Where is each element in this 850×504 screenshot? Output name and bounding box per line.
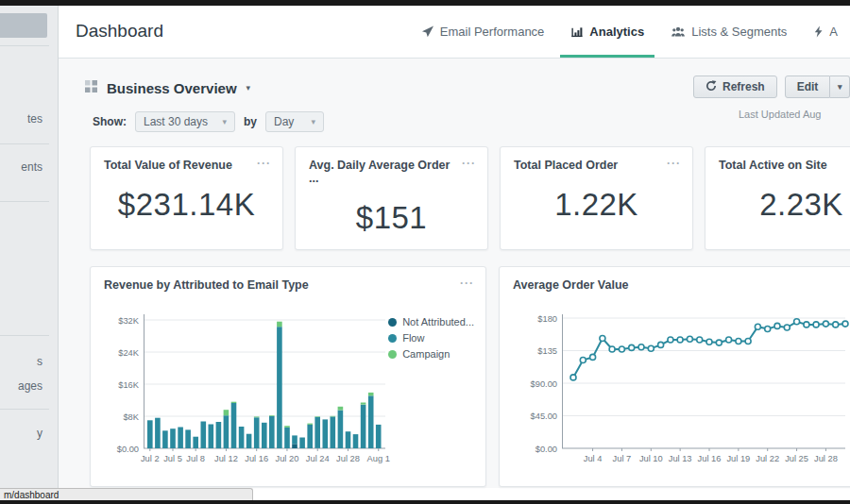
date-range-value: Last 30 days <box>144 115 208 128</box>
legend-item: Flow <box>388 330 474 346</box>
sidebar-item[interactable]: ents <box>21 160 42 174</box>
tab-label: A <box>829 25 838 39</box>
aov-chart-card: Average Order Value $0.00$45.00$90.00$13… <box>499 266 850 487</box>
tab-label: Lists & Segments <box>691 25 787 39</box>
svg-text:Jul 2: Jul 2 <box>141 454 160 463</box>
svg-text:Jul 24: Jul 24 <box>306 454 330 463</box>
stat-card-title: Total Active on Site <box>719 159 827 172</box>
svg-text:$45.00: $45.00 <box>531 412 557 421</box>
edit-button[interactable]: Edit <box>785 76 831 98</box>
stat-card-header: Total Placed Order··· <box>501 147 692 172</box>
chart-title: Revenue by Attributed to Email Type <box>104 278 309 292</box>
interval-value: Day <box>274 115 294 128</box>
svg-text:$8K: $8K <box>123 412 139 422</box>
svg-text:$24K: $24K <box>118 348 140 358</box>
stat-cards-row: Total Value of Revenue···$231.14KAvg. Da… <box>90 146 850 250</box>
sidebar-item[interactable]: tes <box>27 112 42 126</box>
chart-legend: Not Attributed...FlowCampaign <box>388 314 474 362</box>
kebab-menu-icon[interactable]: ··· <box>462 159 476 168</box>
legend-dot-icon <box>388 334 397 343</box>
kebab-menu-icon[interactable]: ··· <box>460 278 474 288</box>
stat-card: Avg. Daily Average Order ...···$151 <box>295 146 488 250</box>
sidebar-item[interactable]: ages <box>18 379 42 393</box>
svg-text:Jul 16: Jul 16 <box>698 454 722 463</box>
stat-card: Total Placed Order···1.22K <box>500 146 693 250</box>
filter-row: Show: Last 30 days ▾ by Day ▾ <box>93 111 324 132</box>
sidebar-logo <box>0 13 47 38</box>
people-icon <box>671 25 686 38</box>
edit-dropdown-button[interactable]: ▾ <box>830 76 850 98</box>
sidebar-divider <box>0 409 49 410</box>
chevron-down-icon: ▾ <box>311 117 315 126</box>
svg-text:Jul 4: Jul 4 <box>584 454 603 463</box>
svg-text:Jul 28: Jul 28 <box>336 454 360 463</box>
svg-text:$32K: $32K <box>118 316 140 326</box>
page-title: Dashboard <box>76 21 163 42</box>
stat-card-title: Total Value of Revenue <box>104 159 232 172</box>
legend-item: Not Attributed... <box>388 314 474 330</box>
tab-analytics[interactable]: Analytics <box>560 6 654 58</box>
lightning-icon <box>813 25 824 38</box>
legend-label: Campaign <box>402 346 450 362</box>
chart-card-header: Revenue by Attributed to Email Type ··· <box>91 267 485 292</box>
svg-text:Aug 1: Aug 1 <box>367 454 390 463</box>
tab-automation[interactable]: A <box>803 6 848 58</box>
tab-label: Email Performance <box>440 25 545 39</box>
stat-card-title: Total Placed Order <box>514 159 618 172</box>
kebab-menu-icon[interactable]: ··· <box>257 159 271 168</box>
svg-text:$180: $180 <box>537 314 557 324</box>
paper-plane-icon <box>421 25 434 38</box>
sidebar-divider <box>0 201 49 202</box>
window-bottom-border <box>0 500 850 504</box>
browser-status-bar: m/dashboard <box>0 488 253 500</box>
edit-split-button: Edit ▾ <box>785 76 850 98</box>
stat-card-title: Avg. Daily Average Order ... <box>309 159 462 185</box>
interval-select[interactable]: Day ▾ <box>265 111 324 132</box>
revenue-chart-card: Revenue by Attributed to Email Type ··· … <box>90 266 486 487</box>
sidebar-divider <box>0 335 49 336</box>
toolbar-actions: Refresh Edit ▾ A <box>693 76 850 98</box>
sidebar-divider <box>0 45 49 46</box>
kebab-menu-icon[interactable]: ··· <box>667 159 681 168</box>
show-label: Show: <box>93 115 127 128</box>
svg-text:$135: $135 <box>537 346 557 356</box>
by-label: by <box>244 115 257 128</box>
svg-text:$90.00: $90.00 <box>531 379 557 389</box>
tab-lists-segments[interactable]: Lists & Segments <box>660 6 797 58</box>
stat-card-value: $231.14K <box>91 187 282 223</box>
refresh-label: Refresh <box>722 80 765 93</box>
legend-dot-icon <box>388 318 397 327</box>
chevron-down-icon: ▾ <box>222 117 227 126</box>
sidebar: tesentssagesy <box>0 6 59 488</box>
refresh-button[interactable]: Refresh <box>693 76 777 98</box>
stat-card: Total Active on Site2.23K <box>705 146 850 250</box>
bar-chart-icon <box>570 25 584 38</box>
charts-row: Revenue by Attributed to Email Type ··· … <box>90 266 850 487</box>
sidebar-item[interactable]: y <box>37 427 42 440</box>
chart-title: Average Order Value <box>513 278 629 292</box>
dashboard-content: Business Overview ▾ Refresh Edit ▾ A Las… <box>59 59 850 488</box>
nav-tabs: Email PerformanceAnalyticsLists & Segmen… <box>411 6 848 58</box>
aov-line-chart: $0.00$45.00$90.00$135$180Jul 4Jul 7Jul 1… <box>509 309 849 475</box>
tab-label: Analytics <box>589 25 644 39</box>
date-range-select[interactable]: Last 30 days ▾ <box>135 111 235 132</box>
revenue-bar-chart: $0.00$8K$16K$24K$32KJul 2Jul 5Jul 8Jul 1… <box>100 309 397 475</box>
svg-text:$16K: $16K <box>118 380 140 390</box>
sidebar-item[interactable]: s <box>37 355 42 368</box>
board-selector[interactable]: Business Overview ▾ <box>85 79 250 96</box>
svg-text:Jul 10: Jul 10 <box>639 454 663 463</box>
refresh-icon <box>706 80 717 94</box>
svg-text:Jul 19: Jul 19 <box>726 454 750 463</box>
board-name: Business Overview <box>107 80 237 96</box>
top-nav: Dashboard Email PerformanceAnalyticsList… <box>59 6 850 59</box>
svg-text:Jul 22: Jul 22 <box>756 454 779 463</box>
svg-text:Jul 8: Jul 8 <box>186 454 205 463</box>
stat-card-header: Total Value of Revenue··· <box>91 147 282 172</box>
tab-email-performance[interactable]: Email Performance <box>411 6 555 58</box>
legend-item: Campaign <box>388 346 474 362</box>
stat-card-header: Total Active on Site <box>706 147 850 172</box>
chevron-down-icon: ▾ <box>246 83 251 92</box>
svg-text:$0.00: $0.00 <box>117 445 139 454</box>
stat-card-value: 2.23K <box>706 187 850 223</box>
legend-dot-icon <box>388 350 397 359</box>
